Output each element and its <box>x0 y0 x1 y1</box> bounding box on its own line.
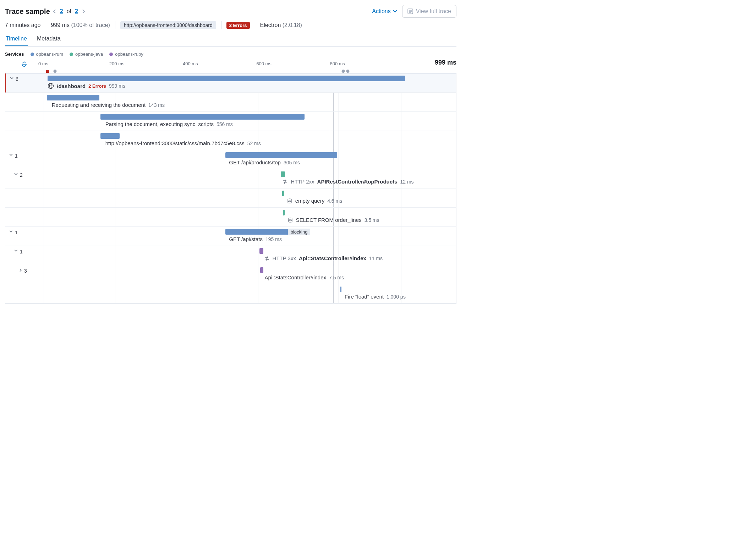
span-label-line: Api::StatsController#index7.5 ms <box>265 274 344 280</box>
span-bar[interactable] <box>259 248 263 254</box>
span-label-line: Fire "load" event1,000 μs <box>345 294 406 300</box>
span-name: Api::StatsController#index <box>265 274 326 280</box>
row-child-count: 3 <box>24 268 27 274</box>
span-row[interactable]: Requesting and receiving the document143… <box>5 93 456 112</box>
span-duration: 52 ms <box>247 141 261 146</box>
span-name: Requesting and receiving the document <box>52 102 146 108</box>
span-row[interactable]: 1GET /api/products/top305 ms <box>5 150 456 169</box>
span-duration: 12 ms <box>400 179 413 185</box>
span-row[interactable]: empty query4.6 ms <box>5 188 456 208</box>
row-gutter <box>5 208 44 226</box>
view-full-trace-button[interactable]: View full trace <box>402 5 456 18</box>
span-duration: 7.5 ms <box>329 275 344 280</box>
row-gutter: 3 <box>5 265 44 284</box>
meta-divider <box>46 21 46 29</box>
errors-badge[interactable]: 2 Errors <box>226 22 250 29</box>
span-name: GET /api/products/top <box>229 159 281 165</box>
row-child-count: 1 <box>15 230 18 235</box>
span-row[interactable]: http://opbeans-frontend:3000/static/css/… <box>5 131 456 150</box>
span-bar[interactable] <box>225 152 337 158</box>
row-body: SELECT FROM order_lines3.5 ms <box>44 208 456 226</box>
event-marker[interactable] <box>342 70 345 73</box>
trace-duration: 999 ms <box>51 22 70 28</box>
span-label-line: SELECT FROM order_lines3.5 ms <box>287 217 379 223</box>
pager-next-icon[interactable] <box>82 9 85 14</box>
span-bar[interactable] <box>100 133 120 139</box>
view-full-trace-label: View full trace <box>416 8 451 15</box>
span-bar[interactable] <box>225 229 297 235</box>
row-gutter <box>5 131 44 150</box>
span-row[interactable]: 6/dashboard2 Errors999 ms <box>5 73 456 93</box>
span-name: APIRestController#topProducts <box>317 179 398 185</box>
span-row[interactable]: SELECT FROM order_lines3.5 ms <box>5 208 456 227</box>
span-bar[interactable] <box>260 267 263 273</box>
tab-metadata[interactable]: Metadata <box>36 32 61 46</box>
span-row[interactable]: Parsing the document, executing sync. sc… <box>5 112 456 131</box>
axis-row: 999 ms 0 ms200 ms400 ms600 ms800 ms <box>5 59 456 70</box>
span-label-line: HTTP 3xxApi::StatsController#index11 ms <box>264 255 383 261</box>
browser-name: Electron <box>260 22 281 28</box>
span-row[interactable]: 1HTTP 3xxApi::StatsController#index11 ms <box>5 246 456 265</box>
span-bar[interactable] <box>340 286 341 292</box>
span-bar[interactable] <box>283 210 285 215</box>
legend-label: Services <box>5 51 24 57</box>
chevron-down-icon <box>393 10 397 13</box>
collapse-all-icon[interactable] <box>21 61 27 67</box>
span-row[interactable]: 3Api::StatsController#index7.5 ms <box>5 265 456 284</box>
actions-dropdown[interactable]: Actions <box>372 8 397 15</box>
span-prefix: HTTP 2xx <box>291 179 314 185</box>
sample-pager: 2 of 2 <box>53 8 85 15</box>
row-gutter: 1 <box>5 246 44 265</box>
span-duration: 1,000 μs <box>387 294 406 300</box>
event-marker[interactable] <box>54 70 57 73</box>
trace-url-chip[interactable]: http://opbeans-frontend:3000/dashboard <box>120 21 216 29</box>
row-caret-icon[interactable] <box>14 172 18 176</box>
time-axis: 999 ms 0 ms200 ms400 ms600 ms800 ms <box>43 59 456 70</box>
row-caret-icon[interactable] <box>9 153 13 157</box>
row-body: Fire "load" event1,000 μs <box>44 284 456 303</box>
span-duration: 11 ms <box>369 256 383 261</box>
span-row[interactable]: 2HTTP 2xxAPIRestController#topProducts12… <box>5 169 456 188</box>
axis-total: 999 ms <box>435 59 456 66</box>
marker-row <box>5 70 456 73</box>
span-name: http://opbeans-frontend:3000/static/css/… <box>105 140 245 146</box>
event-marker[interactable] <box>346 70 349 73</box>
row-caret-icon[interactable] <box>14 249 18 252</box>
meta-divider <box>115 21 115 29</box>
row-gutter <box>5 93 44 111</box>
span-name: SELECT FROM order_lines <box>296 217 362 223</box>
marker-area <box>43 70 456 73</box>
span-bar[interactable] <box>48 76 405 81</box>
span-bar[interactable] <box>100 114 305 120</box>
tabs: Timeline Metadata <box>5 32 456 47</box>
axis-tick: 800 ms <box>330 61 345 66</box>
row-caret-icon[interactable] <box>9 230 13 233</box>
span-label-line: GET /api/stats195 ms <box>229 236 282 242</box>
row-caret-icon[interactable] <box>19 268 22 272</box>
row-gutter: 1 <box>5 150 44 169</box>
span-name: Fire "load" event <box>345 294 384 300</box>
span-duration: 3.5 ms <box>364 217 379 223</box>
span-row[interactable]: 1blockingGET /api/stats195 ms <box>5 227 456 246</box>
span-bar[interactable] <box>282 191 284 196</box>
tab-timeline[interactable]: Timeline <box>5 32 28 46</box>
row-gutter: 6 <box>6 73 44 92</box>
error-marker[interactable] <box>46 70 49 73</box>
pager-current[interactable]: 2 <box>60 8 63 15</box>
legend-item[interactable]: opbeans-ruby <box>109 51 143 57</box>
legend-item[interactable]: opbeans-java <box>70 51 103 57</box>
meta-divider <box>255 21 255 29</box>
page-title: Trace sample <box>5 7 50 16</box>
pager-prev-icon[interactable] <box>53 9 56 14</box>
span-prefix: HTTP 3xx <box>273 255 296 261</box>
span-name: GET /api/stats <box>229 236 263 242</box>
span-bar[interactable] <box>281 171 285 177</box>
axis-tick: 0 ms <box>38 61 48 66</box>
span-row[interactable]: Fire "load" event1,000 μs <box>5 284 456 303</box>
span-bar[interactable] <box>47 95 99 100</box>
row-caret-icon[interactable] <box>10 76 14 80</box>
pager-total[interactable]: 2 <box>75 8 78 15</box>
legend-item[interactable]: opbeans-rum <box>31 51 64 57</box>
span-errors[interactable]: 2 Errors <box>88 83 106 89</box>
row-body: Requesting and receiving the document143… <box>44 93 456 111</box>
